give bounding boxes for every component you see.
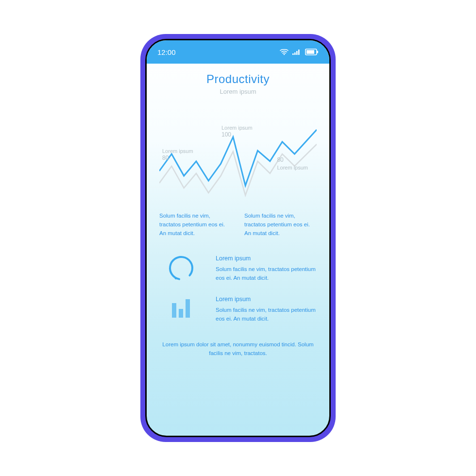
svg-rect-11 — [179, 309, 183, 318]
svg-rect-3 — [296, 51, 298, 55]
svg-point-0 — [284, 54, 285, 55]
page-subtitle: Lorem ipsum — [220, 88, 256, 95]
battery-icon — [305, 49, 319, 55]
status-icons — [280, 49, 319, 55]
phone-screen: 12:00 — [145, 39, 331, 437]
stat-text-bars: Lorem ipsum Solum facilis ne vim, tracta… — [216, 295, 317, 323]
page-title: Productivity — [206, 72, 270, 86]
svg-rect-12 — [186, 299, 190, 318]
stat-heading: Lorem ipsum — [216, 254, 317, 263]
line-chart: Lorem ipsum 80 Lorem ipsum 100 80 Lorem … — [159, 108, 317, 205]
svg-rect-2 — [294, 52, 296, 55]
stat-row-ring: Lorem ipsum Solum facilis ne vim, tracta… — [159, 254, 317, 282]
chart-annotation-left: Lorem ipsum 80 — [162, 148, 193, 162]
ring-chart-icon — [159, 254, 203, 282]
stat-heading: Lorem ipsum — [216, 295, 317, 304]
summary-right: Solum facilis ne vim, tractatos petentiu… — [244, 212, 317, 238]
svg-point-8 — [168, 255, 194, 281]
svg-rect-1 — [292, 53, 294, 55]
signal-icon — [292, 49, 301, 55]
status-bar: 12:00 — [147, 40, 329, 64]
svg-rect-4 — [298, 50, 300, 55]
stat-text-ring: Lorem ipsum Solum facilis ne vim, tracta… — [216, 254, 317, 282]
summary-columns: Solum facilis ne vim, tractatos petentiu… — [159, 212, 317, 238]
bar-chart-icon — [159, 295, 203, 321]
phone-frame: 12:00 — [140, 34, 336, 442]
wifi-icon — [280, 49, 289, 55]
svg-rect-7 — [317, 51, 319, 53]
svg-rect-10 — [172, 303, 176, 318]
page-content: Productivity Lorem ipsum Lorem ipsum 80 … — [147, 64, 329, 436]
stat-body: Solum facilis ne vim, tractatos petentiu… — [216, 306, 317, 323]
chart-annotation-right: 80 Lorem ipsum — [277, 156, 308, 171]
summary-left: Solum facilis ne vim, tractatos petentiu… — [159, 212, 232, 238]
svg-rect-6 — [306, 50, 314, 54]
status-time: 12:00 — [157, 48, 176, 56]
stat-body: Solum facilis ne vim, tractatos petentiu… — [216, 265, 317, 283]
stat-row-bars: Lorem ipsum Solum facilis ne vim, tracta… — [159, 295, 317, 323]
footer-text: Lorem ipsum dolor sit amet, nonummy euis… — [159, 340, 317, 358]
svg-point-9 — [175, 277, 177, 280]
chart-annotation-top: Lorem ipsum 100 — [221, 124, 253, 139]
